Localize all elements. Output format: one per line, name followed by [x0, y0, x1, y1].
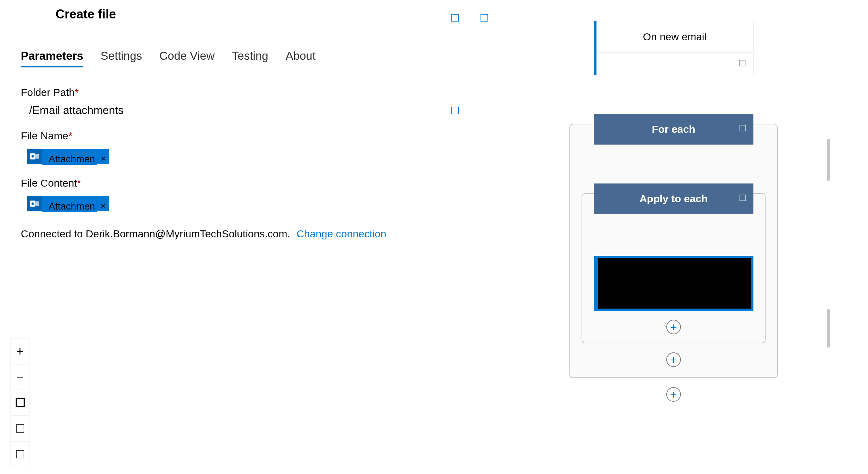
tab-parameters[interactable]: Parameters: [21, 49, 83, 67]
close-icon[interactable]: [481, 14, 488, 22]
file-content-token[interactable]: Attachmen ×: [27, 196, 109, 211]
tab-testing[interactable]: Testing: [232, 49, 268, 67]
collapse-icon[interactable]: [451, 14, 459, 22]
svg-rect-1: [35, 154, 39, 159]
add-action-button[interactable]: +: [666, 320, 681, 334]
file-content-label-text: File Content: [21, 177, 77, 189]
required-asterisk: *: [75, 87, 79, 98]
flow-canvas[interactable]: On new email For each Apply to each + + …: [542, 0, 806, 402]
folder-path-value[interactable]: /Email attachments: [21, 104, 124, 117]
apply-to-each-container[interactable]: Apply to each +: [582, 193, 766, 343]
svg-point-5: [31, 203, 34, 205]
tab-settings[interactable]: Settings: [101, 49, 142, 67]
create-file-action-card[interactable]: [594, 256, 753, 311]
connection-prefix: Connected to: [21, 228, 86, 239]
trigger-title: On new email: [596, 21, 753, 52]
folder-path-label-text: Folder Path: [21, 87, 75, 98]
outlook-icon: [27, 196, 42, 211]
apply-to-each-title: Apply to each: [640, 193, 708, 205]
file-name-token[interactable]: Attachmen ×: [27, 149, 109, 164]
card-menu-icon[interactable]: [740, 125, 746, 131]
panel-header: Create file: [56, 7, 465, 22]
zoom-toolbar: + −: [10, 338, 31, 467]
for-each-title: For each: [652, 123, 695, 135]
navigation-button[interactable]: [10, 416, 30, 441]
required-asterisk: *: [68, 130, 73, 141]
file-name-label-text: File Name: [21, 130, 68, 141]
field-file-content: File Content* Attachmen ×: [21, 177, 465, 211]
file-content-token-text: Attachmen: [42, 201, 97, 212]
connection-account: Derik.Bormann@MyriumTechSolutions.com.: [86, 228, 290, 239]
svg-rect-4: [35, 202, 39, 206]
zoom-out-button[interactable]: −: [10, 364, 30, 390]
tab-about[interactable]: About: [286, 49, 316, 67]
trigger-body: [596, 52, 753, 75]
details-tabs: Parameters Settings Code View Testing Ab…: [21, 49, 465, 67]
add-action-button[interactable]: +: [666, 387, 681, 402]
connection-info: Connected to Derik.Bormann@MyriumTechSol…: [21, 228, 465, 240]
folder-path-label: Folder Path*: [21, 87, 465, 98]
outlook-icon: [27, 149, 42, 164]
add-action-button[interactable]: +: [666, 352, 681, 367]
tab-code-view[interactable]: Code View: [159, 49, 215, 67]
for-each-container[interactable]: For each Apply to each + +: [569, 124, 778, 378]
scroll-indicator: [827, 309, 830, 348]
apply-to-each-header[interactable]: Apply to each: [594, 183, 753, 214]
field-folder-path: Folder Path* /Email attachments: [21, 87, 465, 117]
folder-picker-icon[interactable]: [451, 107, 459, 114]
svg-point-2: [31, 155, 34, 158]
file-content-label: File Content*: [21, 177, 465, 189]
fit-to-screen-button[interactable]: [10, 390, 30, 416]
trigger-card[interactable]: On new email: [594, 21, 753, 75]
minimap-button[interactable]: [10, 441, 30, 467]
action-details-panel: Create file Parameters Settings Code Vie…: [0, 0, 486, 247]
card-menu-icon[interactable]: [739, 60, 745, 66]
remove-token-icon[interactable]: ×: [97, 153, 109, 164]
change-connection-link[interactable]: Change connection: [297, 228, 386, 239]
file-name-token-text: Attachmen: [42, 154, 97, 165]
field-file-name: File Name* Attachmen ×: [21, 130, 465, 164]
file-name-label: File Name*: [21, 130, 465, 142]
scroll-indicator: [827, 139, 830, 181]
panel-title: Create file: [56, 7, 116, 22]
required-asterisk: *: [77, 177, 81, 189]
card-menu-icon[interactable]: [740, 195, 746, 201]
for-each-header[interactable]: For each: [594, 114, 753, 145]
zoom-in-button[interactable]: +: [10, 338, 30, 364]
remove-token-icon[interactable]: ×: [97, 201, 109, 211]
